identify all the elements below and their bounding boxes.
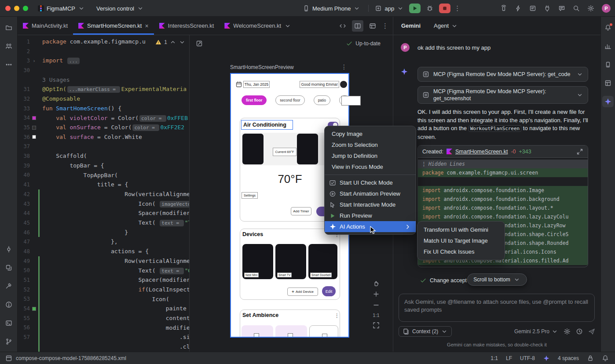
profile-avatar[interactable] [340, 81, 347, 88]
color-preview-swatch[interactable] [32, 116, 36, 120]
build-icon[interactable] [3, 280, 15, 292]
indent-setting[interactable]: 4 spaces [558, 355, 579, 361]
context-menu-item[interactable]: View in Focus Mode [325, 161, 416, 172]
editor-line[interactable]: 33fun SmartHomeScreen() { [18, 104, 189, 113]
context-menu-item[interactable]: Zoom to Selection [325, 139, 416, 150]
logcat-icon[interactable] [529, 5, 536, 12]
context-chip[interactable]: Context (2) [399, 326, 452, 337]
editor-line[interactable]: 36val surface = Color.White [18, 132, 189, 142]
line-ending[interactable]: LF [506, 355, 512, 361]
submenu-item-transform-ui-with-gemini[interactable]: Transform UI with Gemini [417, 224, 505, 235]
split-view-button[interactable] [352, 20, 363, 32]
floor-chip[interactable]: patio [314, 95, 330, 105]
color-preview-swatch[interactable] [32, 135, 36, 139]
preview-title[interactable]: SmartHomeScreenPreview [230, 64, 294, 70]
context-menu-item[interactable]: Copy Image [325, 128, 416, 139]
selected-component-outline[interactable]: Air Conditioning [241, 120, 293, 130]
maximize-window-button[interactable] [23, 6, 28, 11]
tool-call-card[interactable]: MCP (Figma Remote Dev Mode MCP Server): … [417, 86, 588, 104]
run-button[interactable] [409, 4, 421, 13]
tab-agent[interactable]: Agent [434, 22, 458, 29]
pull-requests-icon[interactable] [3, 262, 15, 273]
submenu-item-match-ui-to-target-image[interactable]: Match UI to Target Image [417, 235, 505, 246]
settings-label[interactable]: Settings [242, 192, 258, 199]
lock-icon[interactable] [587, 355, 594, 362]
tool-call-card[interactable]: MCP (Figma Remote Dev Mode MCP Server): … [417, 67, 588, 82]
editor-options-kebab[interactable]: ⋮ [382, 22, 388, 30]
project-widget[interactable]: FigmaMCP [38, 5, 85, 12]
gemini-icon[interactable] [602, 96, 614, 107]
gemini-input[interactable]: Ask Gemini, use @filename to attach sour… [399, 294, 595, 322]
editor-line[interactable]: 43Icon( imageVector [18, 199, 189, 209]
context-menu-item[interactable]: Jump to Definition [325, 150, 416, 161]
editor-line[interactable]: 57.siz [18, 332, 189, 342]
git-branch-icon[interactable] [3, 336, 15, 347]
zoom-out-icon[interactable] [373, 302, 380, 309]
editor-line[interactable]: 55contentD [18, 313, 189, 323]
settings-gear-icon[interactable] [564, 328, 571, 335]
expander-icon[interactable] [576, 71, 583, 78]
notifications-bell-icon[interactable] [602, 355, 609, 362]
tab-smarthomescreen[interactable]: SmartHomeScreen.kt × [73, 17, 154, 35]
tab-gemini[interactable]: Gemini [401, 22, 421, 29]
structure-icon[interactable] [3, 40, 15, 52]
window-controls[interactable] [5, 6, 28, 11]
assistant-chat-icon[interactable] [558, 5, 565, 12]
settings-gear-icon[interactable] [587, 5, 594, 12]
editor-line[interactable]: 3›import ... [18, 56, 189, 66]
editor-line[interactable]: 2 [18, 47, 189, 56]
editor-line[interactable]: 41title = { [18, 180, 189, 189]
caret-position[interactable]: 1:1 [491, 355, 498, 361]
device-card[interactable]: Smart Doorbell [308, 244, 337, 279]
created-file-link[interactable]: SmartHomeScreen.kt [455, 149, 508, 155]
inspections-widget[interactable]: 1 [155, 39, 186, 46]
editor-line[interactable]: 53Icon( [18, 295, 189, 304]
color-preview-swatch[interactable] [32, 126, 36, 130]
layout-inspector-icon[interactable] [602, 77, 614, 89]
send-icon[interactable] [588, 328, 595, 335]
editor-line[interactable]: 54painte [18, 304, 189, 313]
editor-line[interactable]: 32@Composable [18, 94, 189, 104]
editor-line[interactable]: 47}, [18, 237, 189, 247]
user-avatar[interactable]: P [602, 4, 611, 13]
editor-line[interactable]: 3 Usages [18, 75, 189, 85]
terminal-icon[interactable] [3, 317, 15, 329]
floor-chip[interactable]: first floor [242, 95, 267, 105]
more-tools-icon[interactable] [3, 59, 15, 70]
zoom-to-fit-icon[interactable] [373, 322, 380, 329]
tab-welcomescreen[interactable]: WelcomeScreen.kt [219, 17, 297, 35]
device-card[interactable]: Nest Mini [242, 244, 273, 279]
floor-chip[interactable]: second floor [275, 95, 304, 105]
editor-line[interactable]: 48actions = { [18, 247, 189, 256]
editor-line[interactable]: 40TopAppBar( [18, 171, 189, 180]
profiler-icon[interactable] [602, 40, 614, 52]
submenu-item-fix-ui-check-issues[interactable]: Fix UI Check Issues [417, 246, 505, 257]
scroll-to-bottom-button[interactable]: Scroll to bottom [467, 273, 527, 286]
tab-interestsscreen[interactable]: InterestsScreen.kt [154, 17, 220, 35]
zoom-level-label[interactable]: 1:1 [373, 313, 379, 318]
selection-overlay-box[interactable] [341, 96, 361, 106]
editor-line[interactable]: .cli [18, 342, 189, 352]
preview-options-kebab[interactable]: ⋮ [341, 63, 347, 70]
bolt-icon[interactable] [515, 5, 522, 12]
design-view-button[interactable] [367, 20, 378, 32]
editor-line[interactable]: 38Scaffold( [18, 151, 189, 161]
chevron-down-icon[interactable] [179, 39, 186, 46]
search-icon[interactable] [573, 5, 580, 12]
run-configuration[interactable]: app [375, 5, 404, 12]
model-selector[interactable]: Gemini 2.5 Pro [514, 328, 558, 335]
edit-button[interactable]: Edit [322, 286, 336, 296]
context-menu-item-start-interactive-mode[interactable]: Start Interactive Mode [325, 199, 416, 210]
ai-status-icon[interactable] [543, 355, 550, 362]
status-file-name[interactable]: compose-compose-model-1758866285245.xml [16, 355, 126, 361]
project-folder-icon[interactable] [3, 22, 15, 33]
editor-line[interactable]: 34val violetColor = Color(color = 0xFFEB [18, 113, 189, 123]
add-device-button[interactable]: +Add Device [287, 288, 318, 296]
close-tab-icon[interactable]: × [145, 23, 148, 29]
editor-line[interactable]: 49Row(verticalAlignmen [18, 256, 189, 266]
ambience-kebab[interactable]: ⋮ [334, 313, 340, 319]
problems-icon[interactable] [3, 299, 15, 310]
editor-line[interactable]: 50Text( text = "Good [18, 266, 189, 276]
file-encoding[interactable]: UTF-8 [520, 355, 535, 361]
close-window-button[interactable] [5, 6, 11, 11]
